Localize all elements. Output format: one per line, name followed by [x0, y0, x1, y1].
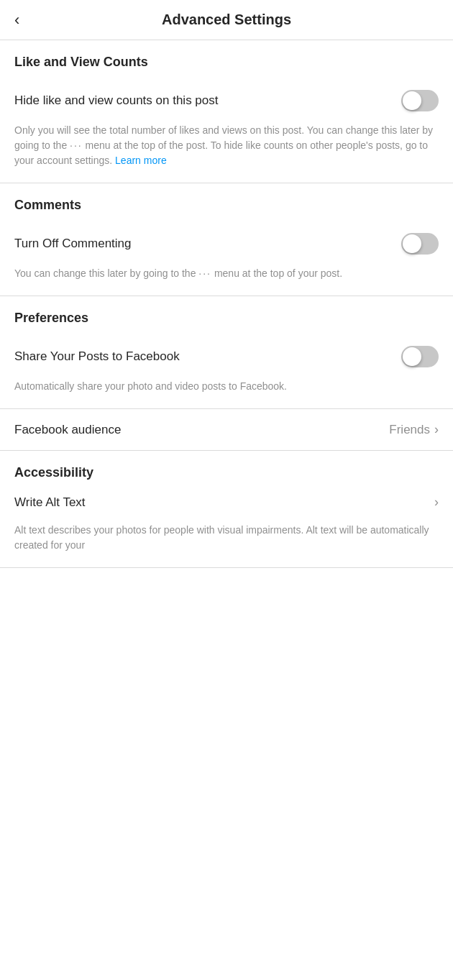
- section-header-preferences: Preferences: [0, 296, 453, 334]
- section-header-comments: Comments: [0, 183, 453, 221]
- facebook-audience-value: Friends: [389, 423, 430, 437]
- toggle-label-turn-off-commenting: Turn Off Commenting: [14, 237, 401, 251]
- back-button[interactable]: ‹: [14, 12, 19, 28]
- facebook-audience-right: Friends ›: [389, 422, 439, 437]
- description-like-view-counts: Only you will see the total number of li…: [0, 123, 453, 183]
- description-accessibility: Alt text describes your photos for peopl…: [0, 523, 453, 567]
- section-comments: Comments Turn Off Commenting You can cha…: [0, 183, 453, 296]
- toggle-label-share-to-facebook: Share Your Posts to Facebook: [14, 349, 401, 364]
- section-title-like-view-counts: Like and View Counts: [14, 55, 148, 69]
- description-preferences: Automatically share your photo and video…: [0, 379, 453, 408]
- description-comments: You can change this later by going to th…: [0, 266, 453, 296]
- toggle-hide-like-counts[interactable]: [401, 90, 439, 111]
- section-like-view-counts: Like and View Counts Hide like and view …: [0, 40, 453, 183]
- learn-more-link[interactable]: Learn more: [115, 155, 167, 166]
- toggle-row-hide-like-counts: Hide like and view counts on this post: [0, 78, 453, 123]
- ellipsis-icon: ···: [70, 139, 83, 151]
- facebook-audience-label: Facebook audience: [14, 423, 121, 437]
- toggle-row-share-to-facebook: Share Your Posts to Facebook: [0, 334, 453, 379]
- write-alt-text-label: Write Alt Text: [14, 495, 86, 510]
- write-alt-text-right: ›: [434, 495, 439, 510]
- section-header-accessibility: Accessibility: [0, 451, 453, 489]
- nav-row-facebook-audience[interactable]: Facebook audience Friends ›: [0, 408, 453, 450]
- toggle-label-hide-like-counts: Hide like and view counts on this post: [14, 93, 401, 108]
- header: ‹ Advanced Settings: [0, 0, 453, 40]
- toggle-row-turn-off-commenting: Turn Off Commenting: [0, 221, 453, 266]
- section-title-preferences: Preferences: [14, 311, 88, 325]
- section-preferences: Preferences Share Your Posts to Facebook…: [0, 296, 453, 451]
- section-header-like-view-counts: Like and View Counts: [0, 40, 453, 78]
- section-accessibility: Accessibility Write Alt Text › Alt text …: [0, 451, 453, 568]
- chevron-right-icon-alt: ›: [434, 495, 439, 510]
- ellipsis-icon-comments: ···: [198, 267, 211, 279]
- section-title-comments: Comments: [14, 198, 81, 212]
- nav-row-write-alt-text[interactable]: Write Alt Text ›: [0, 489, 453, 523]
- chevron-right-icon: ›: [434, 422, 439, 437]
- toggle-share-to-facebook[interactable]: [401, 346, 439, 367]
- toggle-turn-off-commenting[interactable]: [401, 233, 439, 255]
- section-title-accessibility: Accessibility: [14, 465, 93, 480]
- page-title: Advanced Settings: [162, 12, 291, 28]
